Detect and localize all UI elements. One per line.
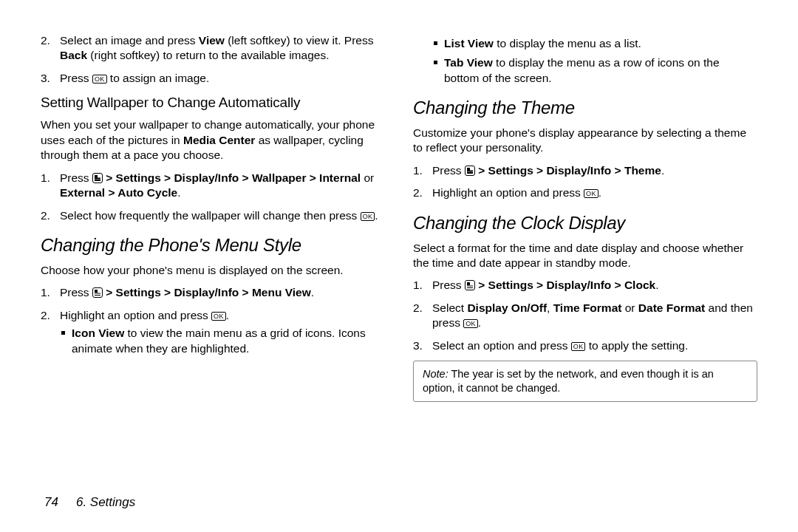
heading-clock: Changing the Clock Display [413, 211, 757, 235]
subheading-auto-wallpaper: Setting Wallpaper to Change Automaticall… [41, 93, 385, 112]
step-num: 1. [41, 285, 50, 300]
right-column: List View to display the menu as a list.… [413, 33, 757, 477]
text: , [547, 301, 553, 314]
text: Select [432, 301, 467, 314]
step-1: 1. Press > Settings > Display/Info > Wal… [41, 171, 385, 201]
left-column: 2. Select an image and press View (left … [41, 33, 385, 477]
text: . [311, 286, 314, 299]
bold-path: External > Auto Cycle [60, 186, 177, 199]
bold: Icon View [72, 327, 124, 339]
paragraph: Choose how your phone's menu is displaye… [41, 263, 385, 278]
step-1: 1. Press > Settings > Display/Info > Clo… [413, 278, 757, 293]
section-label: 6. Settings [76, 495, 135, 509]
step-2: 2. Highlight an option and press OK. [413, 185, 757, 200]
text: Press [60, 72, 92, 84]
text: to display the menu as a list. [494, 37, 641, 50]
step-num: 2. [413, 301, 423, 316]
step-2: 2. Highlight an option and press OK. Ico… [41, 308, 385, 356]
bold: Date Format [638, 301, 705, 314]
step-num: 3. [413, 338, 423, 353]
text: (left softkey) to view it. Press [225, 34, 374, 47]
ok-icon: OK [584, 189, 598, 198]
option-icon-view: Icon View to view the main menu as a gri… [60, 326, 385, 356]
note-label: Note: [423, 368, 449, 380]
text: Highlight an option and press [60, 309, 211, 321]
note-box: Note: The year is set by the network, an… [413, 361, 757, 402]
theme-steps: 1. Press > Settings > Display/Info > The… [413, 163, 757, 201]
step-1: 1. Press > Settings > Display/Info > The… [413, 163, 757, 178]
text: Select how frequently the wallpaper will… [60, 209, 361, 222]
ok-icon: OK [463, 319, 478, 328]
text: . [375, 209, 378, 222]
step-2: 2. Select an image and press View (left … [41, 33, 385, 64]
text: Select an option and press [432, 339, 571, 352]
bold-path: > Settings > Display/Info > Theme [475, 164, 661, 177]
text: to apply the setting. [585, 339, 688, 352]
text: to assign an image. [107, 72, 210, 84]
step-num: 1. [41, 171, 50, 185]
step-2: 2. Select Display On/Off, Time Format or… [413, 301, 757, 331]
ok-icon: OK [361, 212, 375, 221]
paragraph: Customize your phone's display appearanc… [413, 126, 757, 156]
option-list-view: List View to display the menu as a list. [432, 36, 757, 51]
menu-key-icon [465, 166, 475, 176]
text: (right softkey) to return to the availab… [87, 49, 329, 61]
bold-path: > Settings > Display/Info > Wallpaper > … [103, 171, 364, 184]
ok-icon: OK [92, 75, 107, 83]
text: or [621, 301, 638, 314]
bold: Tab View [444, 56, 493, 69]
bold: Time Format [553, 301, 622, 314]
page-footer: 746. Settings [44, 495, 135, 510]
text: . [655, 279, 658, 291]
bold: Back [60, 49, 87, 61]
paragraph: When you set your wallpaper to change au… [41, 117, 385, 163]
wallpaper-steps-cont: 2. Select an image and press View (left … [41, 33, 385, 86]
menu-key-icon [465, 280, 475, 290]
menu-key-icon [92, 173, 103, 183]
menu-style-options: Icon View to view the main menu as a gri… [60, 326, 385, 356]
step-num: 2. [41, 33, 50, 48]
page-columns: 2. Select an image and press View (left … [41, 33, 757, 477]
text: Press [432, 279, 465, 291]
heading-menu-style: Changing the Phone's Menu Style [41, 233, 385, 257]
heading-theme: Changing the Theme [413, 96, 757, 120]
text: . [661, 164, 664, 177]
menu-key-icon [92, 287, 103, 298]
text: Highlight an option and press [432, 186, 584, 199]
step-num: 2. [413, 185, 423, 200]
clock-steps: 1. Press > Settings > Display/Info > Clo… [413, 278, 757, 353]
option-tab-view: Tab View to display the menu as a row of… [432, 55, 757, 86]
step-num: 2. [41, 208, 50, 223]
bold-path: > Settings > Display/Info > Clock [475, 279, 655, 291]
step-2: 2. Select how frequently the wallpaper w… [41, 208, 385, 223]
ok-icon: OK [211, 312, 226, 321]
text: Press [60, 286, 92, 299]
menu-style-steps: 1. Press > Settings > Display/Info > Men… [41, 285, 385, 356]
auto-wallpaper-steps: 1. Press > Settings > Display/Info > Wal… [41, 171, 385, 223]
paragraph: Select a format for the time and date di… [413, 241, 757, 271]
ok-icon: OK [571, 342, 586, 351]
step-1: 1. Press > Settings > Display/Info > Men… [41, 285, 385, 300]
bold: Display On/Off [467, 301, 547, 314]
text: Press [432, 164, 465, 177]
text: . [177, 186, 180, 199]
text: Select an image and press [60, 34, 199, 47]
step-num: 1. [413, 278, 423, 293]
text: Press [60, 171, 92, 184]
note-text: The year is set by the network, and even… [423, 368, 714, 394]
text: or [364, 171, 374, 184]
text: . [598, 186, 601, 199]
step-num: 3. [41, 71, 50, 86]
bold-path: > Settings > Display/Info > Menu View [103, 286, 311, 299]
bold: Media Center [183, 134, 255, 146]
text: . [478, 316, 481, 329]
text: . [226, 309, 229, 321]
bold: View [199, 34, 225, 47]
step-num: 2. [41, 308, 50, 323]
step-num: 1. [413, 163, 423, 178]
page-number: 74 [44, 495, 58, 509]
menu-style-options-cont: List View to display the menu as a list.… [432, 36, 757, 86]
step-3: 3. Press OK to assign an image. [41, 71, 385, 86]
bold: List View [444, 37, 494, 50]
step-3: 3. Select an option and press OK to appl… [413, 338, 757, 353]
